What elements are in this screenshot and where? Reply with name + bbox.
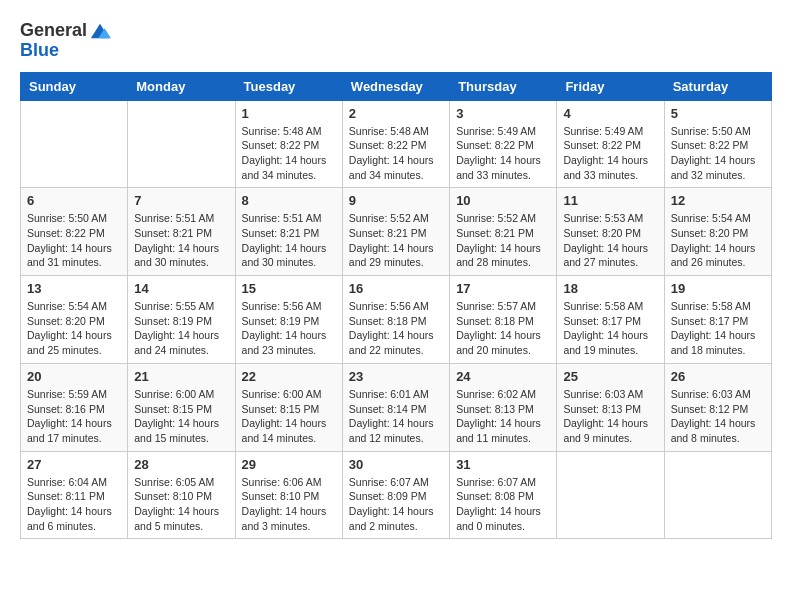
day-number: 20 [27, 369, 121, 384]
day-number: 7 [134, 193, 228, 208]
day-cell: 30Sunrise: 6:07 AMSunset: 8:09 PMDayligh… [342, 451, 449, 539]
day-number: 8 [242, 193, 336, 208]
day-cell: 23Sunrise: 6:01 AMSunset: 8:14 PMDayligh… [342, 363, 449, 451]
day-cell: 10Sunrise: 5:52 AMSunset: 8:21 PMDayligh… [450, 188, 557, 276]
day-info: Sunrise: 5:54 AMSunset: 8:20 PMDaylight:… [27, 299, 121, 358]
day-info: Sunrise: 5:58 AMSunset: 8:17 PMDaylight:… [563, 299, 657, 358]
day-number: 13 [27, 281, 121, 296]
day-info: Sunrise: 5:57 AMSunset: 8:18 PMDaylight:… [456, 299, 550, 358]
day-number: 27 [27, 457, 121, 472]
day-cell [664, 451, 771, 539]
day-cell: 24Sunrise: 6:02 AMSunset: 8:13 PMDayligh… [450, 363, 557, 451]
day-info: Sunrise: 5:49 AMSunset: 8:22 PMDaylight:… [563, 124, 657, 183]
day-number: 26 [671, 369, 765, 384]
day-number: 23 [349, 369, 443, 384]
day-info: Sunrise: 6:07 AMSunset: 8:09 PMDaylight:… [349, 475, 443, 534]
day-info: Sunrise: 5:52 AMSunset: 8:21 PMDaylight:… [456, 211, 550, 270]
day-number: 4 [563, 106, 657, 121]
day-cell: 13Sunrise: 5:54 AMSunset: 8:20 PMDayligh… [21, 276, 128, 364]
day-cell: 19Sunrise: 5:58 AMSunset: 8:17 PMDayligh… [664, 276, 771, 364]
day-info: Sunrise: 6:07 AMSunset: 8:08 PMDaylight:… [456, 475, 550, 534]
day-info: Sunrise: 5:52 AMSunset: 8:21 PMDaylight:… [349, 211, 443, 270]
day-info: Sunrise: 5:54 AMSunset: 8:20 PMDaylight:… [671, 211, 765, 270]
day-number: 29 [242, 457, 336, 472]
day-info: Sunrise: 5:51 AMSunset: 8:21 PMDaylight:… [242, 211, 336, 270]
day-info: Sunrise: 5:56 AMSunset: 8:18 PMDaylight:… [349, 299, 443, 358]
day-cell: 22Sunrise: 6:00 AMSunset: 8:15 PMDayligh… [235, 363, 342, 451]
day-cell [128, 100, 235, 188]
weekday-header-sunday: Sunday [21, 72, 128, 100]
week-row-4: 20Sunrise: 5:59 AMSunset: 8:16 PMDayligh… [21, 363, 772, 451]
logo-blue-text: Blue [20, 40, 111, 62]
day-number: 9 [349, 193, 443, 208]
day-info: Sunrise: 5:53 AMSunset: 8:20 PMDaylight:… [563, 211, 657, 270]
week-row-5: 27Sunrise: 6:04 AMSunset: 8:11 PMDayligh… [21, 451, 772, 539]
weekday-header-wednesday: Wednesday [342, 72, 449, 100]
weekday-header-saturday: Saturday [664, 72, 771, 100]
day-cell [21, 100, 128, 188]
day-info: Sunrise: 5:55 AMSunset: 8:19 PMDaylight:… [134, 299, 228, 358]
day-cell: 17Sunrise: 5:57 AMSunset: 8:18 PMDayligh… [450, 276, 557, 364]
day-cell: 16Sunrise: 5:56 AMSunset: 8:18 PMDayligh… [342, 276, 449, 364]
day-info: Sunrise: 5:49 AMSunset: 8:22 PMDaylight:… [456, 124, 550, 183]
day-cell: 7Sunrise: 5:51 AMSunset: 8:21 PMDaylight… [128, 188, 235, 276]
day-number: 3 [456, 106, 550, 121]
day-cell: 6Sunrise: 5:50 AMSunset: 8:22 PMDaylight… [21, 188, 128, 276]
weekday-header-friday: Friday [557, 72, 664, 100]
day-cell: 5Sunrise: 5:50 AMSunset: 8:22 PMDaylight… [664, 100, 771, 188]
day-cell: 28Sunrise: 6:05 AMSunset: 8:10 PMDayligh… [128, 451, 235, 539]
logo-container: General Blue [20, 20, 111, 62]
day-info: Sunrise: 6:00 AMSunset: 8:15 PMDaylight:… [242, 387, 336, 446]
week-row-2: 6Sunrise: 5:50 AMSunset: 8:22 PMDaylight… [21, 188, 772, 276]
day-number: 22 [242, 369, 336, 384]
day-cell: 15Sunrise: 5:56 AMSunset: 8:19 PMDayligh… [235, 276, 342, 364]
day-number: 30 [349, 457, 443, 472]
weekday-header-monday: Monday [128, 72, 235, 100]
day-cell: 29Sunrise: 6:06 AMSunset: 8:10 PMDayligh… [235, 451, 342, 539]
day-info: Sunrise: 5:56 AMSunset: 8:19 PMDaylight:… [242, 299, 336, 358]
day-number: 6 [27, 193, 121, 208]
day-cell [557, 451, 664, 539]
day-number: 16 [349, 281, 443, 296]
day-cell: 11Sunrise: 5:53 AMSunset: 8:20 PMDayligh… [557, 188, 664, 276]
day-cell: 27Sunrise: 6:04 AMSunset: 8:11 PMDayligh… [21, 451, 128, 539]
day-number: 17 [456, 281, 550, 296]
day-cell: 21Sunrise: 6:00 AMSunset: 8:15 PMDayligh… [128, 363, 235, 451]
day-info: Sunrise: 6:06 AMSunset: 8:10 PMDaylight:… [242, 475, 336, 534]
day-number: 5 [671, 106, 765, 121]
day-number: 18 [563, 281, 657, 296]
day-cell: 26Sunrise: 6:03 AMSunset: 8:12 PMDayligh… [664, 363, 771, 451]
day-number: 2 [349, 106, 443, 121]
day-info: Sunrise: 5:58 AMSunset: 8:17 PMDaylight:… [671, 299, 765, 358]
day-cell: 3Sunrise: 5:49 AMSunset: 8:22 PMDaylight… [450, 100, 557, 188]
day-number: 1 [242, 106, 336, 121]
logo-icon [89, 20, 111, 42]
day-number: 24 [456, 369, 550, 384]
day-number: 25 [563, 369, 657, 384]
day-number: 10 [456, 193, 550, 208]
day-info: Sunrise: 5:50 AMSunset: 8:22 PMDaylight:… [27, 211, 121, 270]
day-cell: 25Sunrise: 6:03 AMSunset: 8:13 PMDayligh… [557, 363, 664, 451]
day-number: 14 [134, 281, 228, 296]
day-number: 15 [242, 281, 336, 296]
day-info: Sunrise: 6:04 AMSunset: 8:11 PMDaylight:… [27, 475, 121, 534]
day-cell: 1Sunrise: 5:48 AMSunset: 8:22 PMDaylight… [235, 100, 342, 188]
day-info: Sunrise: 6:01 AMSunset: 8:14 PMDaylight:… [349, 387, 443, 446]
day-info: Sunrise: 5:48 AMSunset: 8:22 PMDaylight:… [242, 124, 336, 183]
day-info: Sunrise: 6:00 AMSunset: 8:15 PMDaylight:… [134, 387, 228, 446]
day-info: Sunrise: 6:03 AMSunset: 8:12 PMDaylight:… [671, 387, 765, 446]
logo-general-text: General [20, 20, 87, 42]
weekday-header-row: SundayMondayTuesdayWednesdayThursdayFrid… [21, 72, 772, 100]
day-cell: 31Sunrise: 6:07 AMSunset: 8:08 PMDayligh… [450, 451, 557, 539]
day-cell: 18Sunrise: 5:58 AMSunset: 8:17 PMDayligh… [557, 276, 664, 364]
day-number: 28 [134, 457, 228, 472]
day-number: 19 [671, 281, 765, 296]
day-info: Sunrise: 6:02 AMSunset: 8:13 PMDaylight:… [456, 387, 550, 446]
day-info: Sunrise: 5:59 AMSunset: 8:16 PMDaylight:… [27, 387, 121, 446]
day-number: 12 [671, 193, 765, 208]
day-info: Sunrise: 6:05 AMSunset: 8:10 PMDaylight:… [134, 475, 228, 534]
calendar-table: SundayMondayTuesdayWednesdayThursdayFrid… [20, 72, 772, 540]
day-number: 31 [456, 457, 550, 472]
logo: General Blue [20, 20, 111, 62]
day-cell: 2Sunrise: 5:48 AMSunset: 8:22 PMDaylight… [342, 100, 449, 188]
